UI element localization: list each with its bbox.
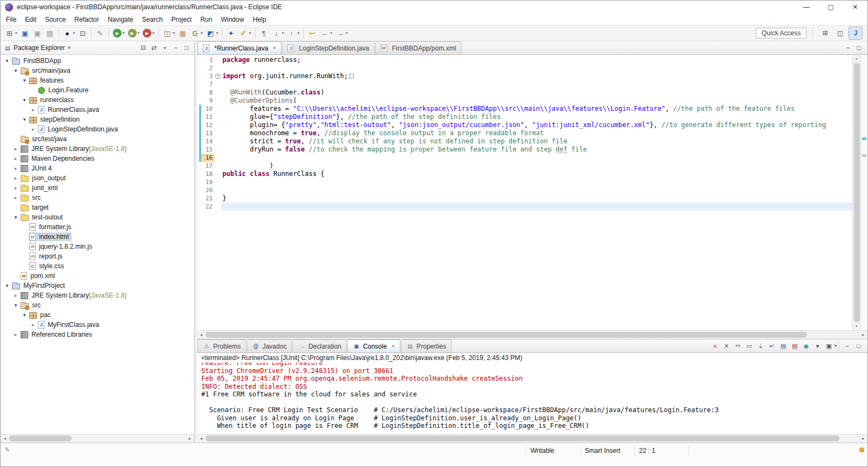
code-line-10[interactable]: 10 features = "C:\\Users\\achelimi\\ecli… [197, 105, 852, 113]
external-tools-config-dropdown-icon[interactable]: ▾ [249, 31, 251, 35]
tree-item-myfirstproject[interactable]: ▾MyFirstProject [1, 281, 194, 291]
scroll-up-icon[interactable]: ▴ [856, 55, 858, 62]
editor-horizontal-scrollbar[interactable]: ◂ ▸ [197, 330, 867, 339]
code-text[interactable]: strict = true, //it will check if any st… [221, 137, 852, 146]
code-line-9[interactable]: 9 @CucumberOptions( [197, 97, 852, 105]
line-number[interactable]: 11 [201, 113, 214, 121]
new-java-project-button[interactable]: ◫▾ [161, 27, 177, 40]
external-tools-config-button[interactable]: ✐▾ [237, 27, 253, 40]
previous-annotation-dropdown-icon[interactable]: ▾ [297, 31, 299, 35]
collapse-arrow-icon[interactable]: ▾ [11, 68, 20, 73]
run-dropdown-icon[interactable]: ▾ [123, 31, 125, 35]
java-perspective-button[interactable]: J [848, 27, 863, 40]
clear-console-icon[interactable]: ▭ [743, 340, 755, 352]
menu-edit[interactable]: Edit [21, 15, 41, 24]
new-class-button[interactable]: ◩▾ [205, 27, 220, 40]
print-button[interactable]: ▤ [44, 27, 56, 40]
code-text[interactable] [221, 203, 852, 211]
line-number[interactable]: 19 [201, 178, 214, 186]
tree-item-jre-system-library[interactable]: ▸JRE System Library [JavaSE-1.8] [1, 144, 194, 154]
change-marker[interactable] [862, 137, 866, 140]
code-line-1[interactable]: 1package runnerclass; [197, 56, 852, 64]
link-with-editor-icon[interactable]: ⇄ [149, 44, 159, 52]
tree-item-formatter-js[interactable]: formatter.js [1, 222, 194, 232]
code-text[interactable] [221, 154, 852, 162]
code-line-13[interactable]: 13 monochrome = true, //display the cons… [197, 129, 852, 137]
line-number[interactable]: 9 [201, 97, 214, 105]
menu-file[interactable]: File [2, 15, 21, 24]
run-external-tools-button[interactable]: ▶▾ [141, 27, 156, 40]
scroll-right-icon[interactable]: ▸ [859, 332, 867, 337]
word-wrap-icon[interactable]: ↵ [766, 340, 777, 352]
code-text[interactable]: package runnerclass; [221, 56, 852, 64]
collapse-arrow-icon[interactable]: ▾ [11, 302, 20, 308]
close-view-icon[interactable]: ✕ [67, 45, 72, 51]
forward-dropdown-icon[interactable]: ▾ [346, 31, 348, 35]
console-tab-javadoc[interactable]: @Javadoc [247, 339, 292, 352]
tree-item-features[interactable]: ▾features [1, 75, 194, 85]
line-number[interactable]: 20 [201, 186, 214, 194]
collapse-arrow-icon[interactable]: ▾ [3, 283, 11, 288]
expand-arrow-icon[interactable]: ▸ [29, 107, 37, 112]
menu-source[interactable]: Source [41, 15, 70, 24]
code-line-17[interactable]: 17 ) [197, 162, 852, 170]
tree-item-test-outout[interactable]: ▾test-outout [1, 212, 194, 222]
show-stdout-icon[interactable]: ▤ [777, 340, 789, 352]
tree-item-style-css[interactable]: style.css [1, 261, 194, 271]
minimize-window-button[interactable]: — [794, 1, 819, 14]
tree-item-src-test-java[interactable]: src/test/java [1, 134, 194, 144]
code-editor[interactable]: 1package runnerclass;23+import org.junit… [197, 55, 852, 330]
back-dropdown-icon[interactable]: ▾ [330, 31, 333, 35]
console-tab-console[interactable]: ▣Console✕ [347, 339, 400, 352]
code-text[interactable] [221, 186, 852, 194]
line-number[interactable]: 22 [201, 203, 214, 211]
run-button[interactable]: ▶▾ [111, 27, 126, 40]
run-external-tools-dropdown-icon[interactable]: ▾ [152, 31, 155, 35]
new-button[interactable]: ⊞▾ [3, 27, 19, 40]
tree-item-maven-dependencies[interactable]: ▸Maven Dependencies [1, 154, 194, 163]
remove-all-terminated-icon[interactable]: ✕✕ [732, 340, 743, 352]
menu-search[interactable]: Search [138, 15, 167, 24]
code-line-7[interactable]: 7 [197, 80, 852, 89]
code-text[interactable]: public class RunnerClass { [221, 170, 852, 178]
close-tab-icon[interactable]: ✕ [391, 344, 395, 349]
collapse-arrow-icon[interactable]: ▾ [20, 97, 29, 103]
code-text[interactable]: features = "C:\\Users\\achelimi\\eclipse… [221, 105, 852, 113]
spelling-marker[interactable] [862, 154, 866, 157]
expand-arrow-icon[interactable]: ▸ [11, 156, 20, 161]
code-text[interactable] [221, 178, 852, 186]
tree-item-src-main-java[interactable]: ▾src/main/java [1, 66, 194, 75]
pin-console-icon[interactable]: ◉ [800, 340, 812, 352]
fold-margin[interactable]: + [214, 72, 221, 80]
notification-icon[interactable] [859, 447, 864, 452]
line-number[interactable]: 10 [201, 105, 214, 113]
scroll-lock-icon[interactable]: ⇣ [755, 340, 766, 352]
new-class-dropdown-icon[interactable]: ▾ [216, 31, 219, 35]
code-text[interactable] [221, 64, 852, 72]
editor-tab-loginstepdefinition-java[interactable]: LoginStepDefinition.java [282, 41, 374, 54]
show-whitespace-button[interactable]: ¶ [258, 27, 270, 40]
new-web-service-dropdown-icon[interactable]: ▾ [201, 31, 203, 35]
line-number[interactable]: 1 [201, 56, 214, 64]
code-text[interactable]: monochrome = true, //display the console… [221, 129, 852, 137]
tree-item-runnerclass[interactable]: ▾runnerclass [1, 95, 194, 105]
code-line-20[interactable]: 20 [197, 186, 852, 194]
tree-item-src[interactable]: ▸src [1, 193, 194, 203]
scroll-left-icon[interactable]: ◂ [197, 332, 206, 337]
scrollbar-track[interactable] [206, 434, 859, 443]
code-line-2[interactable]: 2 [197, 64, 852, 72]
line-number[interactable]: 17 [201, 162, 214, 170]
minimize-editor-icon[interactable]: − [843, 44, 853, 52]
console-horizontal-scrollbar[interactable]: ◂ ▸ [197, 434, 867, 443]
editor-tab-runnerclass-java[interactable]: *RunnerClass.java✕ [197, 41, 282, 54]
maximize-view-icon[interactable]: □ [181, 44, 192, 52]
expand-arrow-icon[interactable]: ▸ [11, 166, 20, 171]
new-dropdown-icon[interactable]: ▾ [15, 31, 17, 35]
scrollbar-track[interactable] [9, 434, 186, 443]
code-line-11[interactable]: 11 glue={"stepDefinition"}, //the path o… [197, 113, 852, 121]
line-number[interactable]: 14 [201, 137, 214, 146]
console-tab-problems[interactable]: ⚠Problems [197, 339, 246, 352]
back-button[interactable]: ←▾ [318, 27, 334, 40]
expand-arrow-icon[interactable]: ▸ [29, 127, 37, 132]
menu-refactor[interactable]: Refactor [70, 15, 103, 24]
